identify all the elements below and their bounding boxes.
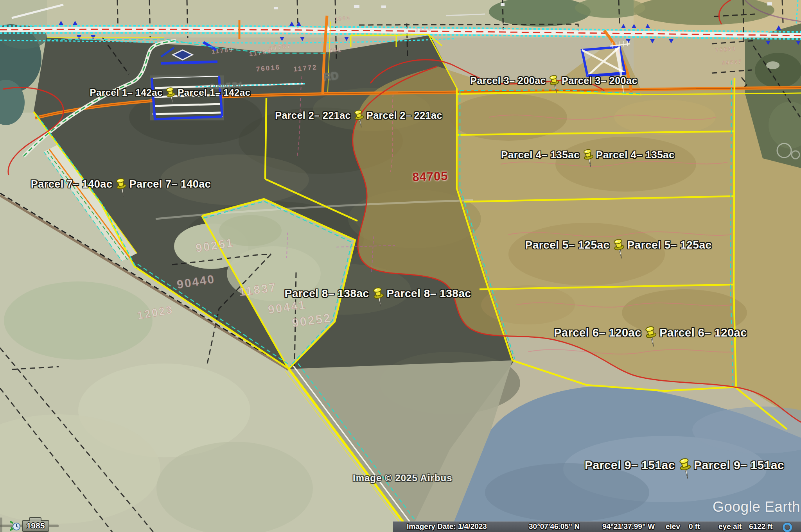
faded-parcel-number: 90440 [176,272,216,292]
faded-parcel-number: 1803 [334,15,351,22]
status-latitude: 30°07'46.05" N [529,522,580,531]
faded-parcel-number: 11787 [269,42,292,52]
status-elev-value: 0 ft [689,522,700,531]
status-bar: Imagery Date: 1/4/2023 30°07'46.05" N 94… [393,521,801,532]
parcel-placemark-9[interactable]: Parcel 9– 151acParcel 9– 151ac [585,453,784,477]
parcel-placemark-2[interactable]: Parcel 2– 221acParcel 2– 221ac [275,105,442,126]
parcel-label-text: Parcel 5– 125ac [627,239,711,251]
parcel-placemark-6[interactable]: Parcel 6– 120acParcel 6– 120ac [554,321,747,345]
parcel-label-text: Parcel 8– 138ac [284,287,369,300]
faded-parcel-number: 90441 [267,298,307,316]
faded-parcel-number: 29237 [722,59,742,66]
parcel-label-text: Parcel 5– 125ac [525,239,609,251]
parcel-placemark-3[interactable]: Parcel 3– 200acParcel 3– 200ac [470,70,638,91]
faded-parcel-number: 12023 [136,303,174,322]
pushpin-icon[interactable] [546,74,561,95]
imagery-credit: Image © 2025 Airbus [353,473,453,484]
parcel-placemark-5[interactable]: Parcel 5– 125acParcel 5– 125ac [525,234,711,257]
faded-parcel-number: 90252 [291,311,332,330]
historical-imagery-clock-icon[interactable] [10,521,22,532]
status-eye-alt-value: 6122 ft [749,522,772,531]
status-longitude: 94°21'37.99" W [602,522,655,531]
faded-parcel-number: 601 [329,47,343,54]
parcel-label-text: Parcel 8– 138ac [386,287,471,300]
parcel-placemark-4[interactable]: Parcel 4– 135acParcel 4– 135ac [501,144,675,166]
faded-parcel-number: 1804 [415,26,432,32]
google-earth-viewport[interactable]: Parcel 1– 142acParcel 1– 142acParcel 2– … [0,0,801,532]
faded-parcel-number: 11837 [238,280,278,299]
parcel-label-text: Parcel 9– 151ac [694,458,784,471]
parcel-label-text: Parcel 6– 120ac [554,326,641,339]
parcel-label-text: Parcel 4– 135ac [501,149,580,161]
status-imagery-date: Imagery Date: 1/4/2023 [407,522,487,531]
parcel-label-text: Parcel 2– 221ac [275,110,351,121]
parcel-label-text: Parcel 9– 151ac [585,458,675,471]
faded-parcel-number: 11794 [249,48,272,57]
pushpin-icon[interactable] [580,148,596,170]
parcel-label-text: Parcel 1– 142ac [90,87,162,98]
faded-parcel-number: 90251 [195,236,235,255]
pushpin-icon[interactable] [163,86,177,106]
pushpin-icon[interactable] [370,286,386,309]
pushpin-icon[interactable] [610,238,627,261]
parcel-label-text: Parcel 7– 140ac [129,178,211,190]
parcel-label-text: Parcel 4– 135ac [596,149,675,161]
parcel-label-text: Parcel 3– 200ac [470,75,546,86]
faded-parcel-number: 11772 [293,63,318,73]
pushpin-icon[interactable] [642,325,659,349]
google-earth-watermark: Google Earth [713,499,800,515]
parcel-label-text: Parcel 3– 200ac [562,75,638,86]
parcel-label-text: Parcel 2– 221ac [366,110,442,121]
pushpin-icon[interactable] [676,457,693,482]
pushpin-icon[interactable] [113,177,129,199]
pushpin-icon[interactable] [351,109,366,129]
parcel-label-text: Parcel 7– 140ac [31,178,113,190]
faded-parcel-number: 75930 [715,45,737,53]
status-elev-label: elev [666,522,680,531]
parcel-placemark-8[interactable]: Parcel 8– 138acParcel 8– 138ac [284,282,471,305]
parcel-label-text: Parcel 6– 120ac [659,326,747,339]
faded-parcel-number: 11789 [211,46,234,55]
status-eye-alt-label: eye alt [718,522,742,531]
placemark-layer: Parcel 1– 142acParcel 1– 142acParcel 2– … [0,0,801,532]
parcel-placemark-7[interactable]: Parcel 7– 140acParcel 7– 140ac [31,173,211,195]
streaming-indicator-icon [783,523,792,532]
road-name-label: RD [323,70,339,84]
historical-imagery-year-button[interactable]: 1985 [22,520,49,532]
faded-parcel-number: 76016 [256,63,281,73]
